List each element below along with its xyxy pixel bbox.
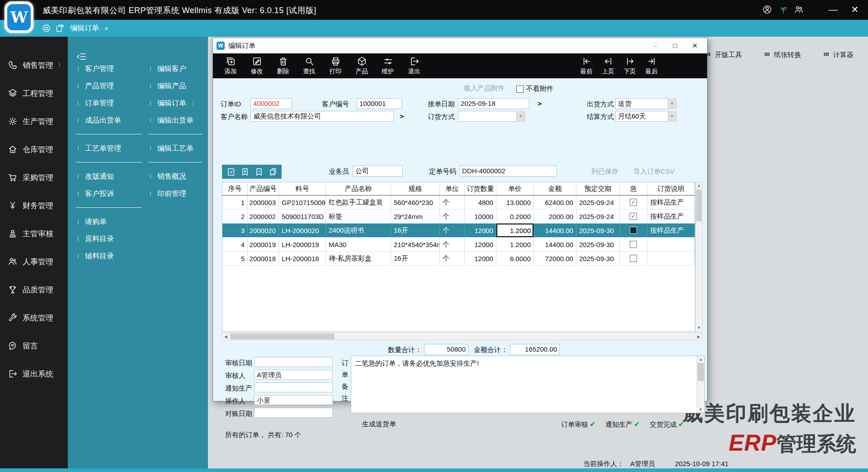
status-check-1[interactable]: 订单审核✔ bbox=[561, 420, 595, 429]
review-field-input[interactable] bbox=[254, 357, 333, 367]
cell-unit[interactable]: 个 bbox=[440, 224, 465, 237]
export-window-icon[interactable] bbox=[55, 24, 65, 33]
receive-date-picker-chevron[interactable]: ＞ bbox=[536, 99, 543, 109]
cell-spec[interactable]: 16开 bbox=[391, 252, 440, 265]
toolbar-button-package[interactable]: 产品 bbox=[349, 56, 375, 76]
urgent-cell[interactable] bbox=[620, 252, 647, 265]
cell-due[interactable]: 2025-09-30 bbox=[576, 252, 620, 265]
submenu-item[interactable]: 销售概况 bbox=[147, 168, 206, 185]
column-header[interactable]: 单位 bbox=[440, 182, 465, 195]
sidebar-item-home[interactable]: 仓库管理 bbox=[0, 135, 68, 163]
table-row[interactable]: 42000019LH-2000019MA30210*4540*354m个1200… bbox=[222, 238, 695, 252]
toolbar-button-edit[interactable]: 修改 bbox=[244, 56, 270, 76]
desktop-tool[interactable]: 纸张转换 bbox=[764, 51, 801, 59]
receive-date-field[interactable]: 2025-09-18 bbox=[458, 98, 529, 109]
load-attachment-link[interactable]: 载入产品附件 bbox=[464, 84, 505, 93]
dialog-minimize-button[interactable]: – bbox=[648, 40, 662, 51]
cell-seq[interactable]: 3 bbox=[222, 224, 248, 237]
submenu-item[interactable]: 客户管理 bbox=[75, 60, 146, 77]
column-header[interactable]: 订货说明 bbox=[647, 182, 695, 195]
cell-mat[interactable]: LH-2000019 bbox=[279, 238, 326, 251]
cell-unit[interactable]: 个 bbox=[440, 210, 465, 223]
close-button[interactable]: ✕ bbox=[848, 3, 862, 16]
cell-qty[interactable]: 12000 bbox=[465, 238, 496, 251]
cell-unit[interactable]: 个 bbox=[440, 238, 465, 251]
desktop-tool[interactable]: 计算器 bbox=[823, 51, 854, 59]
cell-spec[interactable]: 16开 bbox=[391, 224, 440, 237]
urgent-cell[interactable] bbox=[620, 238, 647, 251]
cell-spec[interactable]: 29*24mm bbox=[391, 210, 440, 223]
cell-qty[interactable]: 10000 bbox=[465, 210, 496, 223]
sidebar-item-phone[interactable]: 销售管理〉 bbox=[0, 51, 68, 79]
order-id-field[interactable]: 4000002 bbox=[250, 98, 292, 109]
submenu-item[interactable]: 编辑客户 bbox=[147, 60, 206, 77]
nav-button-nav-next[interactable]: 下页 bbox=[619, 56, 640, 76]
cell-name[interactable]: 禅-私房茶彩盒 bbox=[326, 252, 391, 265]
cell-spec[interactable]: 210*4540*354m bbox=[391, 238, 440, 251]
nav-button-nav-last[interactable]: 最后 bbox=[641, 56, 662, 76]
column-header[interactable]: 急 bbox=[620, 182, 647, 195]
cell-price[interactable]: 1.2000 bbox=[496, 238, 534, 251]
urgent-cell[interactable]: ✓ bbox=[620, 195, 647, 209]
no-attachment-checkbox[interactable] bbox=[516, 86, 524, 93]
dropdown-arrow-icon[interactable]: ▼ bbox=[668, 111, 676, 122]
order-remark-textarea[interactable]: 二笔急的订单，请务必优先加急安排生产! ▲ ▼ bbox=[351, 356, 705, 413]
cell-code[interactable]: 2000002 bbox=[248, 210, 279, 223]
bookmark-add-icon[interactable] bbox=[240, 167, 250, 177]
submenu-item[interactable]: 订单管理 bbox=[75, 95, 146, 112]
cell-code[interactable]: 2000003 bbox=[248, 195, 279, 209]
column-header[interactable]: 金额 bbox=[534, 182, 576, 195]
column-header[interactable]: 产品名称 bbox=[326, 182, 391, 195]
urgent-cell[interactable] bbox=[620, 224, 647, 237]
cell-amount[interactable]: 62400.00 bbox=[534, 195, 576, 209]
sidebar-item-cart[interactable]: 采购管理 bbox=[0, 163, 68, 191]
table-horizontal-scrollbar[interactable]: ◀ ▶ bbox=[222, 333, 703, 340]
scroll-thumb[interactable] bbox=[231, 334, 335, 339]
cell-price[interactable]: 0.2000 bbox=[496, 210, 534, 223]
cell-seq[interactable]: 2 bbox=[222, 210, 248, 223]
toolbar-button-exit[interactable]: 退出 bbox=[401, 56, 427, 76]
cell-name[interactable]: 标签 bbox=[326, 210, 391, 223]
submenu-item[interactable]: 工艺单管理 bbox=[75, 140, 146, 157]
sidebar-item-wrench[interactable]: 系统管理 bbox=[0, 304, 68, 332]
urgent-checkbox[interactable] bbox=[630, 227, 637, 234]
submenu-item[interactable]: 改版通知 bbox=[75, 168, 146, 185]
cell-mat[interactable]: LH-2000020 bbox=[279, 224, 326, 237]
scroll-thumb[interactable] bbox=[696, 190, 702, 221]
column-header[interactable]: 单价 bbox=[496, 182, 534, 195]
cell-unit[interactable]: 个 bbox=[440, 252, 465, 265]
column-header[interactable]: 料号 bbox=[279, 182, 326, 195]
table-row[interactable]: 220000025090011703D标签29*24mm个100000.2000… bbox=[222, 210, 695, 224]
scroll-up-icon[interactable]: ▲ bbox=[696, 182, 702, 189]
cell-name[interactable]: 红色款手工罐盒装 bbox=[326, 195, 391, 209]
submenu-item[interactable]: 原料目录 bbox=[75, 230, 146, 248]
clipboard-check-icon[interactable] bbox=[226, 167, 236, 177]
cell-note[interactable]: 按样品生产 bbox=[647, 195, 695, 209]
submenu-item[interactable]: 编辑出货单 bbox=[147, 112, 206, 129]
cell-unit[interactable]: 个 bbox=[440, 195, 465, 209]
submenu-item[interactable]: 请购单 bbox=[75, 213, 146, 230]
scroll-up-icon[interactable]: ▲ bbox=[697, 356, 704, 362]
cell-due[interactable]: 2025-09-24 bbox=[576, 210, 620, 223]
link-icon[interactable] bbox=[42, 24, 51, 33]
sidebar-item-stamp[interactable]: 主管审核 bbox=[0, 219, 68, 248]
status-check-3[interactable]: 交货完成✔ bbox=[650, 420, 684, 429]
cell-mat[interactable]: LH-2000018 bbox=[279, 252, 326, 265]
minimize-button[interactable]: — bbox=[826, 3, 840, 16]
urgent-checkbox[interactable]: ✓ bbox=[630, 213, 637, 220]
sidebar-item-logout[interactable]: 退出系统 bbox=[0, 360, 68, 388]
submenu-item[interactable]: 编辑工艺单 bbox=[147, 140, 206, 157]
columns-saved-link[interactable]: 列已保存 bbox=[591, 167, 618, 176]
cell-price[interactable]: 1.2000 bbox=[496, 224, 534, 237]
dialog-close-button[interactable]: ✕ bbox=[688, 40, 702, 51]
sidebar-item-trophy[interactable]: 品质管理 bbox=[0, 276, 68, 304]
account-icon[interactable] bbox=[762, 5, 772, 14]
sidebar-item-people[interactable]: 人事管理 bbox=[0, 248, 68, 276]
sidebar-item-layers[interactable]: 工程管理 bbox=[0, 79, 68, 107]
cell-price[interactable]: 6.0000 bbox=[496, 252, 534, 265]
cell-note[interactable]: 按样品生产 bbox=[647, 210, 695, 223]
cell-amount[interactable]: 72000.00 bbox=[534, 252, 576, 265]
column-header[interactable]: 订货数量 bbox=[465, 182, 496, 195]
table-row[interactable]: 12000003GP210715008红色款手工罐盒装560*460*230个4… bbox=[222, 195, 695, 210]
cell-note[interactable]: 按样品生产 bbox=[647, 224, 695, 237]
